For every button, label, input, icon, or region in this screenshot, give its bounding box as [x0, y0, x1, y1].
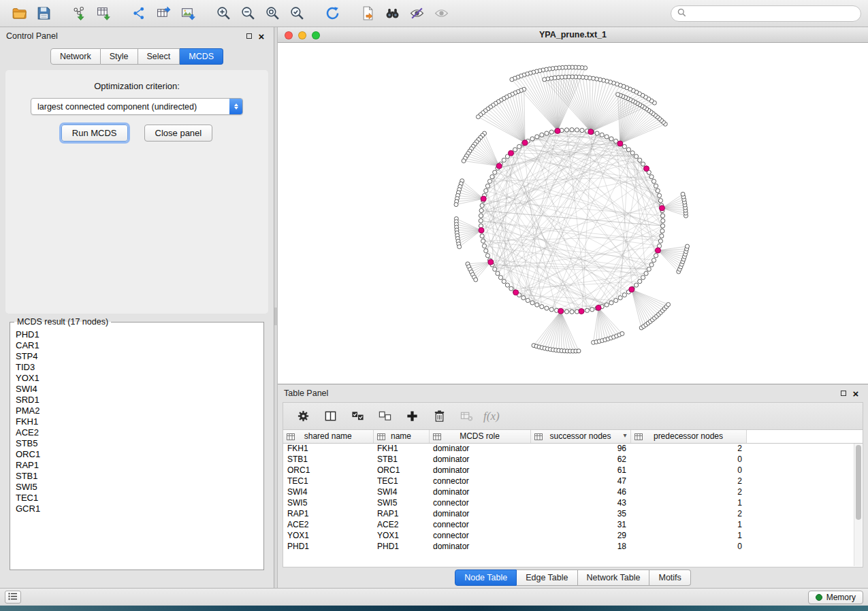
network-canvas[interactable] [278, 43, 868, 384]
import-network-button[interactable] [67, 3, 91, 24]
control-panel-float-button[interactable] [243, 30, 255, 42]
show-graphics-details-button[interactable] [429, 3, 453, 24]
window-maximize-icon[interactable] [312, 31, 320, 39]
export-network-button[interactable] [127, 3, 151, 24]
mcds-result-item[interactable]: ACE2 [16, 427, 258, 438]
run-mcds-button[interactable]: Run MCDS [61, 125, 128, 142]
network-graph[interactable] [278, 43, 868, 384]
mcds-result-item[interactable]: SWI5 [16, 482, 258, 493]
mcds-result-item[interactable]: CAR1 [16, 340, 258, 351]
cell: SWI4 [373, 486, 429, 497]
tab-network-table[interactable]: Network Table [578, 569, 650, 586]
table-row[interactable]: FKH1FKH1dominator962 [283, 443, 863, 454]
table-row[interactable]: RAP1RAP1dominator352 [283, 508, 863, 519]
tab-mcds[interactable]: MCDS [180, 48, 223, 65]
mcds-result-item[interactable]: STB5 [16, 438, 258, 449]
mcds-result-item[interactable]: PMA2 [16, 406, 258, 416]
column-header-predecessor-nodes[interactable]: predecessor nodes [630, 430, 746, 443]
tab-network[interactable]: Network [50, 48, 101, 65]
task-history-button[interactable] [5, 591, 21, 604]
zoom-fit-icon [265, 5, 280, 21]
mcds-result-item[interactable]: ORC1 [16, 449, 258, 460]
tab-edge-table[interactable]: Edge Table [517, 569, 577, 586]
mcds-result-item[interactable]: FKH1 [16, 416, 258, 427]
mcds-result-item[interactable]: TID3 [16, 362, 258, 373]
window-minimize-icon[interactable] [298, 31, 306, 39]
mcds-result-item[interactable]: GCR1 [16, 503, 258, 514]
mcds-result-item[interactable]: STP4 [16, 351, 258, 362]
memory-button[interactable]: Memory [808, 591, 863, 604]
zoom-out-button[interactable] [236, 3, 260, 24]
zoom-selected-icon [289, 5, 305, 21]
zoom-selected-button[interactable] [285, 3, 309, 24]
table-row[interactable]: TEC1TEC1connector472 [283, 476, 863, 486]
select-all-button[interactable] [347, 406, 368, 427]
zoom-in-button[interactable] [211, 3, 236, 24]
cell: 96 [530, 443, 630, 454]
show-columns-button[interactable] [320, 406, 340, 427]
search-box[interactable] [671, 5, 861, 22]
memory-label: Memory [826, 593, 856, 602]
mcds-result-item[interactable]: YOX1 [16, 373, 258, 384]
window-close-icon[interactable] [285, 31, 293, 39]
close-panel-button[interactable]: Close panel [144, 125, 213, 142]
cell-filler [746, 443, 863, 454]
cell: 2 [630, 486, 746, 497]
table-row[interactable]: ACE2ACE2connector311 [283, 519, 863, 530]
tab-select[interactable]: Select [138, 48, 180, 65]
column-header-shared-name[interactable]: shared name [283, 430, 373, 443]
close-icon: × [853, 389, 859, 399]
cell-filler [746, 519, 863, 530]
deselect-all-button[interactable] [374, 406, 395, 427]
mcds-result-item[interactable]: STB1 [16, 471, 258, 482]
table-settings-button[interactable] [293, 406, 313, 427]
network-window-title: YPA_prune.txt_1 [539, 30, 607, 39]
add-column-button[interactable] [402, 406, 422, 427]
optimization-criterion-select[interactable]: largest connected component (undirected) [31, 98, 243, 115]
function-builder-button[interactable]: f(x) [483, 406, 500, 427]
table-row[interactable]: ORC1ORC1dominator610 [283, 465, 863, 476]
control-panel-close-button[interactable]: × [255, 30, 268, 42]
mcds-result-item[interactable]: PHD1 [16, 329, 258, 340]
scrollbar-thumb[interactable] [856, 445, 861, 520]
mcds-result-item[interactable]: SRD1 [16, 395, 258, 406]
refresh-button[interactable] [320, 3, 344, 24]
table-row[interactable]: YOX1YOX1connector291 [283, 530, 863, 541]
open-file-button[interactable] [7, 3, 31, 24]
cell: 1 [630, 497, 746, 508]
import-table-button[interactable] [91, 3, 116, 24]
column-header-successor-nodes[interactable]: successor nodes▾ [530, 430, 630, 443]
table-row[interactable]: SWI5SWI5connector431 [283, 497, 863, 508]
export-table-button[interactable] [151, 3, 176, 24]
column-header-name[interactable]: name [373, 430, 429, 443]
save-session-button[interactable] [31, 3, 56, 24]
mcds-result-item[interactable]: SWI4 [16, 384, 258, 395]
sort-chevron-down-icon[interactable]: ▾ [623, 431, 626, 439]
tab-motifs[interactable]: Motifs [649, 569, 690, 586]
hide-graphics-details-button[interactable] [404, 3, 429, 24]
cell-filler [746, 465, 863, 476]
export-image-button[interactable] [176, 3, 200, 24]
search-input[interactable] [690, 8, 854, 19]
open-in-browser-button[interactable] [355, 3, 380, 24]
gear-icon [297, 410, 310, 423]
delete-column-button[interactable] [429, 406, 449, 427]
table-row[interactable]: PHD1PHD1dominator180 [283, 541, 863, 552]
table-panel-close-button[interactable]: × [850, 387, 862, 399]
table-row[interactable]: STB1STB1dominator620 [283, 454, 863, 465]
cell: dominator [429, 454, 530, 465]
tab-node-table[interactable]: Node Table [455, 569, 517, 586]
find-button[interactable] [380, 3, 404, 24]
mcds-result-item[interactable]: RAP1 [16, 460, 258, 471]
table-header-row: shared namenameMCDS rolesuccessor nodes▾… [283, 430, 863, 443]
column-header-MCDS-role[interactable]: MCDS role [429, 430, 530, 443]
table-scrollbar[interactable] [854, 444, 862, 566]
table-row[interactable]: SWI4SWI4dominator462 [283, 486, 863, 497]
clear-table-button[interactable] [456, 406, 477, 427]
export-table-icon [156, 5, 172, 21]
tab-style[interactable]: Style [101, 48, 138, 65]
table-panel-float-button[interactable] [837, 387, 850, 399]
zoom-fit-button[interactable] [260, 3, 285, 24]
cell: 1 [630, 530, 746, 541]
mcds-result-item[interactable]: TEC1 [16, 493, 258, 503]
